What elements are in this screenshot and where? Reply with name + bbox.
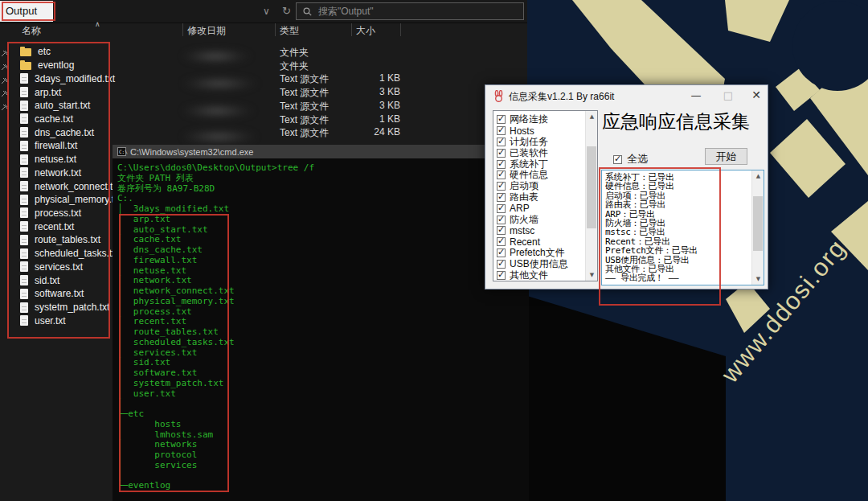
address-bar: Output ∨ ↻ [0, 0, 527, 23]
checklist-item[interactable]: 防火墙 [497, 214, 581, 225]
checkbox-checked-icon[interactable] [497, 216, 506, 224]
file-detail-row: Text 源文件 24 KB [0, 125, 418, 139]
checkbox-checked-icon[interactable] [497, 204, 506, 213]
checkbox-checked-icon[interactable] [497, 260, 506, 269]
module-checklist: 网络连接 Hosts 计划任务 已装软件 [497, 114, 581, 281]
file-type: Text 源文件 [280, 100, 329, 113]
column-divider[interactable] [182, 23, 183, 36]
column-size[interactable]: 大小 [356, 24, 375, 38]
checklist-item[interactable]: 网络连接 [497, 114, 581, 125]
scroll-down-icon[interactable]: ▼ [586, 272, 598, 278]
checkbox-checked-icon[interactable] [497, 248, 506, 257]
file-size: 3 KB [338, 100, 400, 111]
address-breadcrumb[interactable]: Output [0, 1, 53, 22]
column-type[interactable]: 类型 [280, 24, 299, 38]
select-all-label: 全选 [627, 152, 648, 166]
file-size: 24 KB [338, 126, 400, 138]
file-detail-row: 文件夹 [0, 45, 418, 59]
file-detail-row: Text 源文件 3 KB [0, 99, 418, 113]
search-input[interactable] [317, 5, 505, 18]
file-detail-row: Text 源文件 1 KB [0, 113, 418, 126]
file-size: 1 KB [338, 113, 400, 125]
file-type: Text 源文件 [280, 86, 329, 100]
column-modified[interactable]: 修改日期 [187, 24, 226, 38]
checkbox-checked-icon[interactable] [497, 170, 506, 179]
sort-ascending-icon: ∧ [95, 20, 100, 28]
checklist-item[interactable]: 路由表 [497, 192, 581, 203]
scroll-thumb[interactable] [753, 196, 763, 251]
checklist-item[interactable]: mstsc [497, 225, 581, 236]
scroll-up-icon[interactable]: ▲ [586, 113, 598, 120]
file-type: Text 源文件 [280, 113, 329, 127]
collector-heading: 应急响应信息采集 [602, 109, 767, 134]
column-divider[interactable] [275, 23, 276, 36]
column-divider[interactable] [400, 23, 401, 36]
checkbox-checked-icon[interactable] [497, 138, 506, 146]
cmd-icon: C:\ [117, 147, 126, 156]
close-button[interactable]: ✕ [744, 85, 768, 105]
search-icon [303, 7, 312, 16]
cmd-titlebar[interactable]: C:\ C:\Windows\system32\cmd.exe [113, 145, 529, 158]
checkbox-checked-icon[interactable] [497, 226, 506, 235]
collector-window: 信息采集v1.2.1 By ra66it — □ ✕ 网络连接 Hosts 计划… [485, 84, 768, 290]
module-checklist-box: 网络连接 Hosts 计划任务 已装软件 [493, 110, 598, 281]
refresh-icon[interactable]: ↻ [282, 0, 291, 23]
file-type: Text 源文件 [280, 126, 329, 140]
start-button[interactable]: 开始 [705, 148, 747, 165]
cmd-title: C:\Windows\system32\cmd.exe [130, 147, 253, 157]
checklist-item[interactable]: 其他文件 [497, 269, 581, 281]
checkbox-checked-icon[interactable] [497, 237, 506, 246]
column-header-row: ∧ 名称 修改日期 类型 大小 [0, 23, 527, 37]
checkbox-checked-icon[interactable] [497, 271, 506, 280]
scroll-up-icon[interactable]: ▲ [752, 173, 764, 179]
checkbox-checked-icon[interactable] [497, 182, 506, 191]
rabbit-app-icon [493, 90, 505, 102]
collector-title: 信息采集v1.2.1 By ra66it [509, 90, 614, 104]
terminal-output: C:\Users\ddos0\Desktop\Output>tree /f 文件… [117, 163, 314, 491]
checklist-scrollbar[interactable]: ▲ ▼ [585, 111, 597, 281]
column-name[interactable]: 名称 [22, 24, 41, 38]
scroll-down-icon[interactable]: ▼ [752, 276, 764, 282]
checklist-label: mstsc [510, 225, 534, 236]
file-detail-row: 文件夹 [0, 59, 418, 72]
log-scrollbar[interactable]: ▲ ▼ [751, 170, 764, 285]
search-box[interactable] [296, 2, 524, 20]
file-type: 文件夹 [280, 46, 309, 60]
checkbox-checked-icon[interactable] [497, 126, 506, 135]
collector-titlebar[interactable]: 信息采集v1.2.1 By ra66it — □ ✕ [485, 85, 768, 106]
export-log-box[interactable]: 系统补丁：已导出 硬件信息：已导出 启动项：已导出 路由表：已导出 ARP：已导… [601, 170, 764, 285]
file-detail-row: Text 源文件 1 KB [0, 72, 418, 85]
export-log-text: 系统补丁：已导出 硬件信息：已导出 启动项：已导出 路由表：已导出 ARP：已导… [605, 173, 698, 283]
checkbox-checked-icon[interactable] [497, 149, 506, 158]
column-divider[interactable] [351, 23, 352, 36]
file-type: 文件夹 [280, 60, 309, 73]
checklist-label: 其他文件 [510, 269, 548, 282]
cmd-window: C:\ C:\Windows\system32\cmd.exe C:\Users… [113, 145, 529, 501]
scroll-thumb[interactable] [587, 146, 596, 228]
maximize-button[interactable]: □ [716, 85, 740, 105]
checkbox-checked-icon[interactable] [497, 193, 506, 202]
checkbox-checked-icon[interactable] [613, 155, 622, 164]
minimize-button[interactable]: — [684, 85, 708, 105]
file-detail-row: Text 源文件 3 KB [0, 85, 418, 99]
file-type: Text 源文件 [280, 72, 329, 86]
chevron-down-icon[interactable]: ∨ [263, 0, 270, 23]
select-all-row[interactable]: 全选 [613, 152, 648, 166]
checkbox-checked-icon[interactable] [497, 115, 506, 124]
checkbox-checked-icon[interactable] [497, 160, 506, 169]
file-size: 1 KB [338, 72, 400, 84]
file-size: 3 KB [338, 86, 400, 97]
